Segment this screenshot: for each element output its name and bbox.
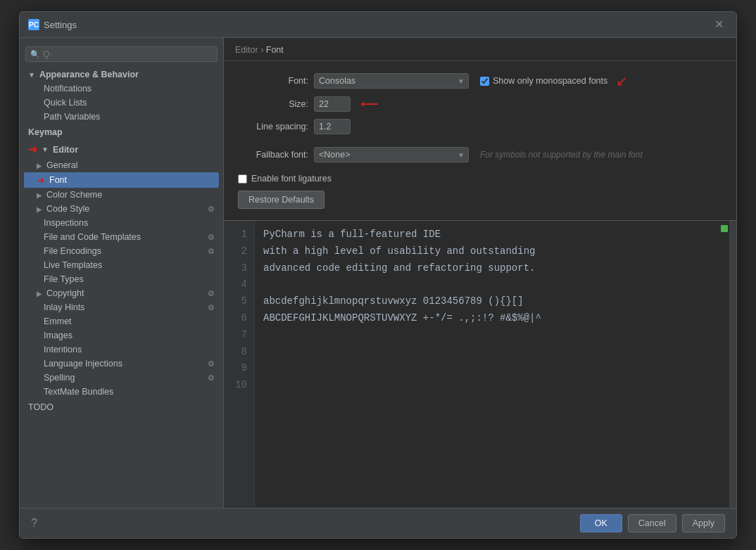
arrow-icon: ▶ — [37, 290, 42, 298]
sidebar-item-intentions[interactable]: Intentions — [24, 343, 219, 357]
ok-button[interactable]: OK — [580, 514, 622, 532]
fallback-label: Fallback font: — [238, 150, 308, 160]
line-num: 3 — [231, 260, 247, 277]
font-row: Font: Consolas ▼ Show only monospaced fo… — [238, 72, 722, 89]
app-icon: PC — [28, 19, 39, 30]
ligatures-checkbox[interactable] — [238, 174, 247, 184]
restore-defaults-button[interactable]: Restore Defaults — [238, 191, 325, 209]
preview-line-7 — [263, 327, 721, 344]
sidebar-item-copyright[interactable]: ▶ Copyright ⚙ — [24, 286, 219, 300]
sidebar-item-font[interactable]: ➜ Font — [24, 172, 219, 188]
sidebar-item-label: File and Code Templates — [44, 232, 205, 242]
sidebar-item-live-templates[interactable]: Live Templates — [24, 258, 219, 272]
preview-line-1: PyCharm is a full-featured IDE — [263, 226, 721, 243]
size-red-arrow: ⟵ — [360, 96, 379, 112]
sidebar-item-file-code-templates[interactable]: File and Code Templates ⚙ — [24, 230, 219, 244]
font-settings-panel: Font: Consolas ▼ Show only monospaced fo… — [224, 61, 736, 220]
arrow-icon: ▼ — [42, 146, 49, 153]
ligatures-label[interactable]: Enable font ligatures — [251, 174, 332, 184]
line-spacing-input[interactable] — [314, 119, 351, 134]
cancel-button[interactable]: Cancel — [628, 514, 676, 532]
line-num: 1 — [231, 226, 247, 243]
apply-button[interactable]: Apply — [682, 514, 725, 532]
sidebar-item-appearance[interactable]: ▼ Appearance & Behavior — [24, 68, 219, 82]
sidebar-item-inlay-hints[interactable]: Inlay Hints ⚙ — [24, 300, 219, 314]
sidebar-item-label: Font — [49, 175, 67, 185]
monospaced-checkbox-row: Show only monospaced fonts — [480, 76, 607, 86]
sidebar-item-textmate-bundles[interactable]: TextMate Bundles — [24, 385, 219, 399]
help-button[interactable]: ? — [31, 517, 37, 530]
sidebar-item-label: Emmet — [44, 316, 72, 326]
sidebar-item-emmet[interactable]: Emmet — [24, 314, 219, 328]
footer: ? OK Cancel Apply — [20, 508, 736, 538]
title-bar: PC Settings ✕ — [20, 12, 736, 38]
sidebar-item-label: Editor — [53, 145, 78, 155]
sidebar-item-file-encodings[interactable]: File Encodings ⚙ — [24, 244, 219, 258]
restore-defaults-row: Restore Defaults — [238, 189, 722, 209]
sidebar-item-label: Path Variables — [44, 112, 100, 122]
scrollbar[interactable] — [729, 221, 736, 508]
sidebar-item-label: Quick Lists — [44, 98, 87, 108]
monospaced-checkbox[interactable] — [480, 77, 489, 86]
sidebar-item-general[interactable]: ▶ General — [24, 158, 219, 172]
footer-buttons: OK Cancel Apply — [580, 514, 725, 532]
sidebar-item-label: Inspections — [44, 218, 88, 228]
sidebar-item-quick-lists[interactable]: Quick Lists — [24, 96, 219, 110]
sidebar-item-editor[interactable]: ➜ ▼ Editor — [24, 141, 219, 158]
content-area: Editor › Font Font: Consolas ▼ — [224, 38, 736, 508]
search-icon: 🔍 — [30, 50, 40, 59]
settings-icon: ⚙ — [208, 289, 215, 298]
sidebar-item-spelling[interactable]: Spelling ⚙ — [24, 371, 219, 385]
sidebar-section: ▼ Appearance & Behavior Notifications Qu… — [20, 68, 223, 414]
settings-icon: ⚙ — [208, 233, 215, 242]
line-num: 10 — [231, 377, 247, 394]
preview-line-10 — [263, 377, 721, 394]
green-indicator-area — [721, 224, 728, 232]
line-num: 4 — [231, 276, 247, 293]
fallback-select[interactable]: <None> — [314, 147, 469, 162]
font-red-arrow: ↙ — [616, 72, 628, 89]
monospaced-label[interactable]: Show only monospaced fonts — [493, 76, 607, 86]
settings-icon: ⚙ — [208, 359, 215, 369]
sidebar-item-language-injections[interactable]: Language Injections ⚙ — [24, 357, 219, 371]
sidebar-item-label: Color Scheme — [46, 190, 102, 200]
sidebar-item-label: TODO — [28, 402, 53, 412]
font-select-wrapper[interactable]: Consolas ▼ — [314, 73, 469, 89]
breadcrumb: Editor › Font — [224, 38, 736, 61]
close-button[interactable]: ✕ — [710, 18, 728, 32]
line-num: 7 — [231, 327, 247, 344]
settings-icon: ⚙ — [208, 303, 215, 312]
dialog-title: Settings — [44, 20, 77, 30]
sidebar-item-label: General — [46, 160, 77, 170]
size-row: Size: ⟵ — [238, 96, 722, 112]
fallback-select-wrapper[interactable]: <None> ▼ — [314, 147, 469, 162]
sidebar-item-code-style[interactable]: ▶ Code Style ⚙ — [24, 202, 219, 216]
sidebar-item-keymap[interactable]: Keymap — [24, 125, 219, 139]
size-label: Size: — [238, 99, 308, 109]
sidebar: 🔍 ▼ Appearance & Behavior Notifications … — [20, 38, 224, 508]
font-select[interactable]: Consolas — [314, 73, 469, 89]
settings-icon: ⚙ — [208, 247, 215, 256]
sidebar-item-label: Live Templates — [44, 260, 102, 270]
settings-dialog: PC Settings ✕ 🔍 ▼ Appearance & Behavior … — [19, 11, 737, 539]
sidebar-item-label: Images — [44, 331, 73, 340]
sidebar-item-inspections[interactable]: Inspections — [24, 216, 219, 230]
size-input[interactable] — [314, 96, 351, 112]
sidebar-item-label: Spelling — [44, 373, 205, 383]
arrow-icon: ▶ — [37, 205, 42, 213]
sidebar-item-images[interactable]: Images — [24, 328, 219, 343]
search-input[interactable] — [43, 49, 213, 59]
preview-line-6: ABCDEFGHIJKLMNOPQRSTUVWXYZ +-*/= .,;:!? … — [263, 310, 721, 327]
green-dot-icon — [721, 225, 728, 232]
sidebar-item-color-scheme[interactable]: ▶ Color Scheme — [24, 188, 219, 202]
sidebar-item-notifications[interactable]: Notifications — [24, 82, 219, 96]
line-spacing-row: Line spacing: — [238, 119, 722, 134]
spacer — [238, 141, 722, 147]
sidebar-item-file-types[interactable]: File Types — [24, 272, 219, 286]
arrow-icon: ▶ — [37, 162, 42, 170]
fallback-hint: For symbols not supported by the main fo… — [480, 150, 643, 160]
sidebar-item-path-variables[interactable]: Path Variables — [24, 110, 219, 124]
breadcrumb-parent: Editor — [235, 45, 258, 55]
search-box[interactable]: 🔍 — [25, 46, 218, 62]
sidebar-item-todo[interactable]: TODO — [24, 400, 219, 414]
